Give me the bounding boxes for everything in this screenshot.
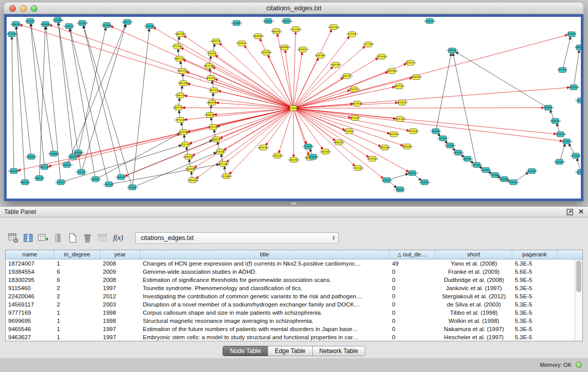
column-header-year[interactable]: year bbox=[100, 250, 140, 259]
graph-node[interactable]: 17485031 bbox=[410, 75, 422, 80]
graph-node[interactable]: 12827172 bbox=[121, 19, 133, 25]
graph-edge[interactable] bbox=[214, 129, 215, 137]
graph-node[interactable]: 16055702 bbox=[210, 39, 222, 44]
graph-node[interactable]: 19739103 bbox=[376, 54, 387, 59]
close-window-button[interactable] bbox=[9, 5, 16, 12]
graph-node[interactable]: 16613854 bbox=[178, 81, 189, 86]
graph-node[interactable]: 17320146 bbox=[555, 132, 566, 137]
graph-node[interactable]: 19150641 bbox=[221, 173, 232, 179]
network-graph-canvas[interactable]: 1724045118052563177152631800217415824744… bbox=[7, 17, 581, 199]
graph-edge[interactable] bbox=[16, 27, 25, 180]
graph-edge[interactable] bbox=[16, 27, 31, 155]
table-row[interactable]: 911546021997Tourette syndrome. Phenomeno… bbox=[6, 284, 582, 292]
graph-edge[interactable] bbox=[178, 49, 179, 57]
graph-node[interactable]: 20260052 bbox=[26, 154, 37, 159]
graph-edge[interactable] bbox=[181, 122, 183, 130]
graph-node[interactable]: 17485063 bbox=[386, 69, 398, 74]
graph-edge[interactable] bbox=[20, 25, 291, 107]
graph-edge[interactable] bbox=[191, 171, 192, 178]
graph-edge[interactable] bbox=[125, 109, 291, 176]
graph-node[interactable]: 10970842 bbox=[430, 128, 441, 134]
table-row[interactable]: 946554611997Estimation of the future num… bbox=[6, 325, 582, 333]
graph-edge[interactable] bbox=[224, 166, 226, 174]
graph-node[interactable]: 19245103 bbox=[419, 180, 430, 185]
graph-edge[interactable] bbox=[212, 81, 213, 89]
column-header-in-degree[interactable]: in_degree bbox=[54, 250, 100, 259]
graph-node[interactable]: 15958041 bbox=[542, 105, 554, 111]
graph-node[interactable]: 18053491 bbox=[379, 145, 390, 150]
graph-edge[interactable] bbox=[296, 35, 568, 107]
graph-edge[interactable] bbox=[180, 61, 182, 69]
graph-edge[interactable] bbox=[577, 158, 580, 170]
graph-node[interactable]: 16104277 bbox=[396, 100, 407, 105]
graph-edge[interactable] bbox=[560, 144, 565, 160]
table-row[interactable]: 969969511998Structural magnetic resonanc… bbox=[6, 317, 582, 325]
graph-edge[interactable] bbox=[224, 110, 291, 150]
graph-node[interactable]: 12505141 bbox=[55, 180, 67, 185]
table-row[interactable]: 946362711997Embryonic stem cells: a mode… bbox=[6, 333, 582, 341]
vertical-scrollbar[interactable] bbox=[575, 259, 582, 341]
graph-node[interactable]: 18002174 bbox=[173, 56, 185, 61]
graph-node[interactable]: 10194456 bbox=[52, 17, 63, 23]
graph-edge[interactable] bbox=[550, 110, 554, 119]
graph-edge[interactable] bbox=[189, 159, 190, 167]
graph-node[interactable]: 17715263 bbox=[171, 44, 183, 49]
graph-edge[interactable] bbox=[83, 26, 121, 175]
graph-node[interactable]: 14663371 bbox=[115, 174, 126, 180]
graph-node[interactable]: 10421506 bbox=[568, 85, 579, 90]
graph-edge[interactable] bbox=[279, 110, 293, 153]
graph-node[interactable]: 18494410 bbox=[183, 154, 194, 159]
graph-edge[interactable] bbox=[98, 134, 180, 179]
graph-node[interactable]: 18750214 bbox=[404, 60, 416, 65]
graph-edge[interactable] bbox=[210, 69, 211, 76]
graph-edge[interactable] bbox=[574, 50, 579, 85]
new-file-button[interactable] bbox=[67, 232, 79, 244]
graph-node[interactable]: 19756203 bbox=[175, 117, 186, 122]
graph-edge[interactable] bbox=[215, 79, 291, 107]
scrollbar-thumb[interactable] bbox=[576, 260, 581, 292]
graph-edge[interactable] bbox=[266, 110, 292, 146]
graph-node[interactable]: 9715760 bbox=[7, 32, 17, 37]
delete-button[interactable] bbox=[81, 232, 94, 244]
graph-edge[interactable] bbox=[295, 46, 365, 107]
graph-edge[interactable] bbox=[436, 53, 451, 129]
graph-node[interactable]: 17081741 bbox=[175, 93, 186, 98]
graph-edge[interactable] bbox=[178, 37, 180, 45]
graph-node[interactable]: 19061903 bbox=[330, 62, 341, 68]
graph-edge[interactable] bbox=[210, 105, 211, 113]
import-table-button[interactable] bbox=[96, 232, 108, 244]
graph-node[interactable]: 17220341 bbox=[353, 165, 364, 170]
split-pane-grip[interactable] bbox=[291, 203, 296, 205]
graph-node[interactable]: 18930142 bbox=[406, 170, 418, 176]
graph-edge[interactable] bbox=[213, 44, 215, 52]
graph-node[interactable]: 12211957 bbox=[363, 42, 374, 47]
tab-network-table[interactable]: Network Table bbox=[312, 346, 365, 356]
graph-node[interactable]: 16740231 bbox=[381, 178, 393, 183]
graph-node[interactable]: 16380915 bbox=[263, 18, 274, 24]
graph-node[interactable]: 18121004 bbox=[203, 63, 214, 69]
graph-node[interactable]: 16906128 bbox=[281, 18, 292, 24]
graph-edge[interactable] bbox=[219, 43, 291, 107]
graph-edge[interactable] bbox=[181, 85, 183, 93]
column-header-out-degree[interactable]: △out_de… bbox=[389, 250, 435, 259]
graph-node[interactable]: 20160104 bbox=[8, 168, 19, 173]
graph-node[interactable]: 16210019 bbox=[352, 101, 363, 106]
graph-node[interactable]: 15146457 bbox=[231, 20, 242, 26]
graph-node[interactable]: 12524503 bbox=[290, 27, 301, 32]
graph-edge[interactable] bbox=[153, 27, 291, 107]
function-builder-button[interactable]: f(x) bbox=[111, 232, 125, 244]
table-row[interactable]: 1456911722003Disruption of a novel membe… bbox=[6, 300, 582, 309]
graph-node[interactable]: 16492301 bbox=[550, 118, 561, 123]
table-panel-header[interactable]: Table Panel ✕ bbox=[0, 207, 588, 217]
graph-node[interactable]: 11242107 bbox=[63, 24, 75, 29]
graph-node[interactable]: 18144376 bbox=[424, 18, 435, 24]
table-row[interactable]: 977716911998Corpus callosum shape and si… bbox=[6, 309, 582, 317]
graph-edge[interactable] bbox=[277, 34, 293, 106]
graph-node[interactable]: 16751548 bbox=[328, 25, 339, 30]
graph-node[interactable]: 13679102 bbox=[452, 150, 464, 155]
column-header-name[interactable]: name bbox=[6, 250, 54, 259]
graph-node[interactable]: 16204981 bbox=[260, 50, 272, 55]
graph-edge[interactable] bbox=[221, 154, 223, 162]
column-header-pagerank[interactable]: pagerank bbox=[512, 250, 557, 259]
graph-edge[interactable] bbox=[46, 27, 61, 180]
